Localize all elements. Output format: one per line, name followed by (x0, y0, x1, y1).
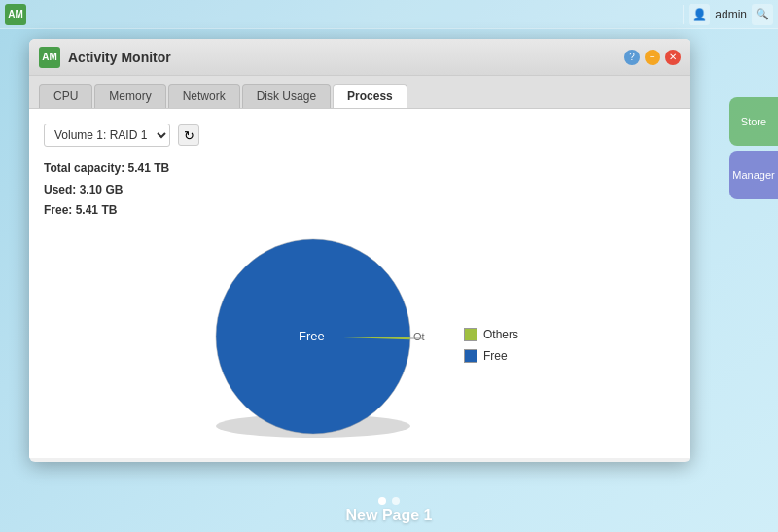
manager-icon-button[interactable]: Manager (729, 151, 778, 199)
taskbar: AM 👤 admin 🔍 (0, 0, 778, 29)
volume-select[interactable]: Volume 1: RAID 1 Volume 2 (44, 124, 170, 147)
legend-color-others (464, 328, 477, 341)
used-value: 3.10 GB (80, 183, 124, 196)
taskbar-right: 👤 admin 🔍 (683, 4, 778, 25)
used-row: Used: 3.10 GB (44, 180, 676, 201)
legend-item-free: Free (464, 349, 518, 363)
total-capacity-label: Total capacity: (44, 161, 124, 175)
legend-label-others: Others (483, 328, 518, 341)
page-indicator (378, 497, 400, 505)
tab-network[interactable]: Network (168, 84, 240, 108)
taskbar-divider (683, 5, 684, 24)
close-button[interactable]: ✕ (665, 50, 681, 65)
total-capacity-value: 5.41 TB (127, 161, 169, 175)
svg-text:Others: Others (413, 331, 425, 342)
manager-label: Manager (732, 169, 774, 181)
refresh-button[interactable]: ↻ (178, 124, 199, 146)
store-label: Store (741, 116, 766, 127)
help-button[interactable]: ? (624, 50, 640, 65)
window-controls: ? − ✕ (624, 50, 681, 65)
taskbar-app-icon[interactable]: AM (5, 4, 26, 25)
chart-area: Free Others Others Free (44, 231, 676, 459)
store-icon-button[interactable]: Store (729, 97, 778, 146)
volume-row: Volume 1: RAID 1 Volume 2 ↻ (44, 124, 676, 147)
window-titlebar: AM Activity Monitor ? − ✕ (29, 39, 690, 76)
total-capacity-row: Total capacity: 5.41 TB (44, 159, 676, 180)
chart-legend: Others Free (464, 328, 518, 363)
legend-color-free (464, 349, 477, 363)
window-title: Activity Monitor (68, 50, 617, 65)
used-label: Used: (44, 183, 76, 196)
search-icon[interactable]: 🔍 (752, 4, 773, 25)
minimize-button[interactable]: − (645, 50, 660, 65)
taskbar-app-label: AM (8, 9, 23, 19)
tab-bar: CPU Memory Network Disk Usage Process (29, 76, 690, 109)
window-app-icon: AM (39, 47, 60, 68)
tab-cpu[interactable]: CPU (39, 84, 92, 108)
free-value: 5.41 TB (76, 203, 118, 217)
content-area: Volume 1: RAID 1 Volume 2 ↻ Total capaci… (29, 109, 690, 458)
tab-memory[interactable]: Memory (94, 84, 165, 108)
dot-2[interactable] (392, 497, 400, 505)
tab-process[interactable]: Process (333, 84, 407, 108)
user-icon: 👤 (689, 4, 710, 25)
username-label: admin (715, 8, 747, 21)
pie-chart: Free Others (201, 231, 425, 459)
activity-monitor-window: AM Activity Monitor ? − ✕ CPU Memory Net… (29, 39, 690, 462)
dot-1[interactable] (378, 497, 386, 505)
tab-disk-usage[interactable]: Disk Usage (242, 84, 331, 108)
free-label: Free: (44, 203, 72, 217)
window-icon-label: AM (42, 52, 57, 62)
taskbar-left: AM (0, 4, 26, 25)
legend-item-others: Others (464, 328, 518, 341)
legend-label-free: Free (483, 349, 508, 363)
right-sidebar: Store Manager (729, 97, 778, 199)
disk-stats: Total capacity: 5.41 TB Used: 3.10 GB Fr… (44, 159, 676, 222)
free-row: Free: 5.41 TB (44, 200, 676, 222)
svg-text:Free: Free (299, 329, 325, 343)
page-label: New Page 1 (346, 507, 433, 524)
